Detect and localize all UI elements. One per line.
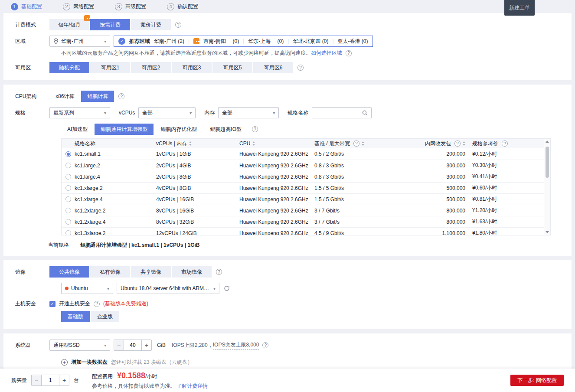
type-tab-kunpeng-memory[interactable]: 鲲鹏内存优化型 [154, 124, 203, 135]
flavor-price: ¥0.30/小时 [465, 162, 544, 169]
region-help-icon[interactable]: ? [346, 50, 352, 56]
edition-tab-basic[interactable]: 基础版 [61, 311, 90, 322]
series-select[interactable]: 最新系列 ▾ [49, 107, 110, 118]
flavor-radio[interactable] [65, 219, 71, 225]
sort-icon[interactable] [362, 141, 364, 146]
az-tab-random[interactable]: 随机分配 [49, 62, 89, 73]
az-tab-5[interactable]: 可用区5 [212, 62, 252, 73]
bandwidth-help-icon[interactable]: ? [353, 140, 359, 147]
image-tab-shared[interactable]: 共享镜像 [131, 266, 171, 278]
refresh-icon[interactable] [224, 285, 230, 291]
flavor-type-help-icon[interactable]: ? [252, 126, 258, 132]
disk-size-input[interactable] [124, 340, 142, 350]
flavor-name: kc1.3xlarge.2 [75, 230, 156, 235]
image-version-select[interactable]: Ubuntu 18.04 server 64bit with ARM(40GB)… [117, 283, 219, 294]
flavor-pps: 200,000 [397, 151, 465, 157]
flavor-radio[interactable] [65, 230, 71, 235]
image-tab-marketplace[interactable]: 市场镜像 [172, 266, 212, 278]
search-icon[interactable] [362, 110, 368, 116]
flavor-name-search-input[interactable] [316, 110, 362, 116]
flavor-row-kc1-large-2[interactable]: kc1.large.2 2vCPUs | 4GiB Huawei Kunpeng… [62, 160, 544, 171]
flavor-row-kc1-xlarge-4[interactable]: kc1.xlarge.4 4vCPUs | 16GiB Huawei Kunpe… [62, 193, 544, 205]
step-network-config[interactable]: 2 网络配置 [63, 3, 94, 10]
image-help-icon[interactable]: ? [216, 269, 222, 275]
recommend-region-guiyang[interactable]: 西南-贵阳一 (0) [203, 38, 239, 45]
pps-help-icon[interactable]: ? [454, 140, 461, 147]
edition-tab-enterprise[interactable]: 企业版 [91, 311, 119, 322]
memory-select[interactable]: 全部 ▾ [218, 107, 279, 118]
az-tab-6[interactable]: 可用区6 [253, 62, 293, 73]
recommend-region-shanghai[interactable]: 华东-上海一 (0) [248, 38, 284, 45]
recommend-region-hongkong[interactable]: 亚太-香港 (0) [338, 38, 368, 45]
disk-iops-help-icon[interactable]: ? [262, 342, 268, 348]
quantity-input[interactable] [41, 375, 59, 385]
flavor-radio[interactable] [65, 196, 71, 202]
cpu-arch-help-icon[interactable]: ? [118, 93, 124, 99]
header-pps: 内网收发包? [397, 140, 465, 147]
scroll-up-icon[interactable] [546, 140, 549, 143]
cpu-arch-x86[interactable]: x86计算 [49, 91, 80, 102]
disk-type-value: 通用型SSD [53, 342, 80, 349]
flavor-price: ¥1.80/小时 [465, 229, 544, 235]
step-confirm-config[interactable]: 4 确认配置 [167, 3, 198, 10]
scrollbar-thumb[interactable] [546, 147, 549, 178]
flavor-name: kc1.large.2 [75, 163, 156, 169]
az-tab-3[interactable]: 可用区3 [172, 62, 212, 73]
price-value: ¥0.1588 [117, 371, 145, 380]
add-data-disk-button[interactable]: 增加一块数据盘 [71, 359, 108, 366]
flavor-radio[interactable] [65, 163, 71, 168]
step-basic-config[interactable]: 1 基础配置 [11, 3, 42, 10]
disk-type-select[interactable]: 通用型SSD ▾ [49, 340, 110, 351]
image-tab-public[interactable]: 公共镜像 [49, 266, 89, 278]
flavor-row-kc1-2xlarge-2[interactable]: kc1.2xlarge.2 8vCPUs | 16GiB Huawei Kunp… [62, 205, 544, 216]
flavor-radio[interactable] [65, 174, 71, 180]
flavor-radio[interactable] [65, 185, 71, 191]
quantity-minus-button[interactable]: − [32, 375, 41, 385]
billing-tab-on-demand[interactable]: 按需计费 [90, 19, 130, 30]
type-tab-kunpeng-io[interactable]: 鲲鹏超高IO型 [204, 124, 248, 135]
sort-icon[interactable] [189, 141, 192, 146]
type-tab-kunpeng-general[interactable]: 鲲鹏通用计算增强型 [95, 124, 154, 135]
fee-block: 配置费用 ¥0.1588 /小时 参考价格，具体扣费请以账单为准。 了解计费详情 [92, 371, 208, 390]
price-help-icon[interactable]: ? [502, 140, 508, 147]
how-to-choose-region-link[interactable]: 如何选择区域 [311, 49, 342, 57]
recommend-region-guangzhou[interactable]: 华南-广州 (2) [154, 38, 184, 45]
billing-help-icon[interactable]: ? [175, 22, 181, 28]
table-scrollbar[interactable] [544, 139, 550, 235]
flavor-radio[interactable] [65, 151, 71, 157]
create-ticket-button[interactable]: 新建工单 [504, 0, 535, 16]
flavor-vcpu-mem: 12vCPUs | 24GiB [156, 230, 239, 235]
flavor-row-kc1-large-4[interactable]: kc1.large.4 2vCPUs | 8GiB Huawei Kunpeng… [62, 171, 544, 182]
disk-size-plus-button[interactable]: + [142, 340, 151, 350]
quantity-label: 购买量 [11, 377, 27, 384]
host-security-checkbox[interactable]: ✓ [49, 301, 56, 307]
flavor-vcpu-mem: 4vCPUs | 8GiB [156, 185, 239, 191]
recommend-region-beijing[interactable]: 华北-北京四 (0) [293, 38, 328, 45]
billing-tab-yearly-monthly[interactable]: 包年/包月 [49, 19, 89, 30]
flavor-row-kc1-3xlarge-2[interactable]: kc1.3xlarge.2 12vCPUs | 24GiB Huawei Kun… [62, 227, 544, 235]
quantity-plus-button[interactable]: + [59, 375, 69, 385]
disk-size-minus-button[interactable]: − [114, 340, 124, 350]
flavor-row-kc1-2xlarge-4[interactable]: kc1.2xlarge.4 8vCPUs | 32GiB Huawei Kunp… [62, 216, 544, 227]
az-help-icon[interactable]: ? [297, 65, 304, 71]
billing-tab-spot[interactable]: 竞价计费 [131, 19, 171, 30]
flavor-row-kc1-small-1[interactable]: kc1.small.1 1vCPUs | 1GiB Huawei Kunpeng… [62, 148, 544, 160]
type-tab-ai[interactable]: AI加速型 [61, 124, 94, 135]
cpu-arch-kunpeng[interactable]: 鲲鹏计算 [81, 91, 114, 102]
step-advanced-config[interactable]: 3 高级配置 [115, 3, 146, 10]
os-select[interactable]: Ubuntu ▾ [61, 283, 113, 294]
billing-detail-link[interactable]: 了解计费详情 [176, 383, 208, 389]
flavor-radio[interactable] [65, 208, 71, 213]
image-tab-private[interactable]: 私有镜像 [90, 266, 130, 278]
sort-icon[interactable] [252, 141, 255, 146]
az-tab-2[interactable]: 可用区2 [131, 62, 171, 73]
host-security-help-icon[interactable]: ? [94, 301, 100, 307]
next-step-button[interactable]: 下一步: 网络配置 [510, 375, 564, 386]
az-tab-1[interactable]: 可用区1 [90, 62, 130, 73]
scroll-down-icon[interactable] [546, 231, 549, 233]
promo-icon [193, 38, 199, 44]
region-select[interactable]: 华南-广州 ▾ [49, 36, 110, 47]
flavor-name: kc1.small.1 [75, 151, 156, 157]
flavor-row-kc1-xlarge-2[interactable]: kc1.xlarge.2 4vCPUs | 8GiB Huawei Kunpen… [62, 182, 544, 193]
vcpus-select[interactable]: 全部 ▾ [138, 107, 196, 118]
